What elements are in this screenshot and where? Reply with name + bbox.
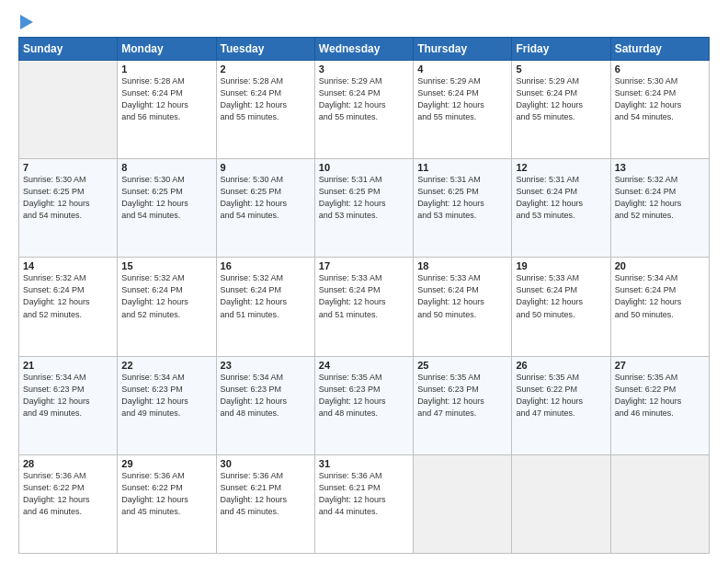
day-number: 27 xyxy=(615,360,705,371)
calendar-cell: 2Sunrise: 5:28 AM Sunset: 6:24 PM Daylig… xyxy=(216,61,314,159)
calendar-cell: 31Sunrise: 5:36 AM Sunset: 6:21 PM Dayli… xyxy=(314,454,413,553)
week-row-2: 7Sunrise: 5:30 AM Sunset: 6:25 PM Daylig… xyxy=(19,159,710,258)
calendar-cell: 1Sunrise: 5:28 AM Sunset: 6:24 PM Daylig… xyxy=(118,61,216,159)
day-number: 2 xyxy=(221,63,311,75)
header xyxy=(18,15,710,29)
calendar-cell xyxy=(512,454,610,553)
calendar-cell: 9Sunrise: 5:30 AM Sunset: 6:25 PM Daylig… xyxy=(216,159,314,258)
day-number: 6 xyxy=(615,63,705,75)
calendar-cell: 3Sunrise: 5:29 AM Sunset: 6:24 PM Daylig… xyxy=(314,61,413,159)
day-info: Sunrise: 5:30 AM Sunset: 6:25 PM Dayligh… xyxy=(121,174,211,222)
calendar-cell: 5Sunrise: 5:29 AM Sunset: 6:24 PM Daylig… xyxy=(512,61,610,159)
calendar-cell: 23Sunrise: 5:34 AM Sunset: 6:23 PM Dayli… xyxy=(216,356,314,454)
calendar-cell: 4Sunrise: 5:29 AM Sunset: 6:24 PM Daylig… xyxy=(414,61,512,159)
calendar-cell: 17Sunrise: 5:33 AM Sunset: 6:24 PM Dayli… xyxy=(314,258,413,356)
day-info: Sunrise: 5:32 AM Sunset: 6:24 PM Dayligh… xyxy=(23,272,113,320)
day-info: Sunrise: 5:34 AM Sunset: 6:24 PM Dayligh… xyxy=(615,272,705,320)
day-number: 24 xyxy=(319,360,409,371)
calendar-cell: 16Sunrise: 5:32 AM Sunset: 6:24 PM Dayli… xyxy=(216,258,314,356)
day-number: 26 xyxy=(516,360,606,371)
day-info: Sunrise: 5:30 AM Sunset: 6:25 PM Dayligh… xyxy=(221,174,311,222)
calendar-cell: 30Sunrise: 5:36 AM Sunset: 6:21 PM Dayli… xyxy=(216,454,314,553)
day-number: 30 xyxy=(221,458,311,469)
day-info: Sunrise: 5:33 AM Sunset: 6:24 PM Dayligh… xyxy=(417,272,507,320)
weekday-header-sunday: Sunday xyxy=(19,38,118,61)
day-number: 23 xyxy=(221,360,311,371)
weekday-header-wednesday: Wednesday xyxy=(314,38,413,61)
day-info: Sunrise: 5:29 AM Sunset: 6:24 PM Dayligh… xyxy=(319,75,409,123)
day-number: 4 xyxy=(417,63,507,75)
weekday-header-friday: Friday xyxy=(512,38,610,61)
day-number: 17 xyxy=(319,260,409,271)
day-info: Sunrise: 5:35 AM Sunset: 6:22 PM Dayligh… xyxy=(615,372,705,419)
day-number: 10 xyxy=(319,162,409,173)
calendar-cell: 13Sunrise: 5:32 AM Sunset: 6:24 PM Dayli… xyxy=(610,159,709,258)
day-number: 11 xyxy=(417,162,507,173)
day-number: 12 xyxy=(516,162,606,173)
day-info: Sunrise: 5:35 AM Sunset: 6:23 PM Dayligh… xyxy=(417,372,507,419)
calendar-cell: 18Sunrise: 5:33 AM Sunset: 6:24 PM Dayli… xyxy=(414,258,512,356)
day-info: Sunrise: 5:32 AM Sunset: 6:24 PM Dayligh… xyxy=(615,174,705,222)
day-info: Sunrise: 5:31 AM Sunset: 6:25 PM Dayligh… xyxy=(319,174,409,222)
day-info: Sunrise: 5:33 AM Sunset: 6:24 PM Dayligh… xyxy=(319,272,409,320)
day-number: 20 xyxy=(615,260,705,271)
day-info: Sunrise: 5:30 AM Sunset: 6:24 PM Dayligh… xyxy=(615,75,705,123)
day-info: Sunrise: 5:35 AM Sunset: 6:22 PM Dayligh… xyxy=(516,372,606,419)
calendar-cell: 11Sunrise: 5:31 AM Sunset: 6:25 PM Dayli… xyxy=(414,159,512,258)
day-number: 9 xyxy=(221,162,311,173)
weekday-header-saturday: Saturday xyxy=(610,38,709,61)
calendar-cell xyxy=(414,454,512,553)
day-info: Sunrise: 5:36 AM Sunset: 6:21 PM Dayligh… xyxy=(221,470,311,518)
calendar-cell: 29Sunrise: 5:36 AM Sunset: 6:22 PM Dayli… xyxy=(118,454,216,553)
day-info: Sunrise: 5:29 AM Sunset: 6:24 PM Dayligh… xyxy=(516,75,606,123)
day-number: 13 xyxy=(615,162,705,173)
day-number: 19 xyxy=(516,260,606,271)
day-info: Sunrise: 5:28 AM Sunset: 6:24 PM Dayligh… xyxy=(121,75,211,123)
calendar-cell: 8Sunrise: 5:30 AM Sunset: 6:25 PM Daylig… xyxy=(118,159,216,258)
day-number: 18 xyxy=(417,260,507,271)
calendar-cell: 20Sunrise: 5:34 AM Sunset: 6:24 PM Dayli… xyxy=(610,258,709,356)
weekday-header-thursday: Thursday xyxy=(414,38,512,61)
calendar: SundayMondayTuesdayWednesdayThursdayFrid… xyxy=(18,37,710,554)
week-row-5: 28Sunrise: 5:36 AM Sunset: 6:22 PM Dayli… xyxy=(19,454,710,553)
day-info: Sunrise: 5:34 AM Sunset: 6:23 PM Dayligh… xyxy=(221,372,311,419)
day-number: 29 xyxy=(121,458,211,469)
day-info: Sunrise: 5:29 AM Sunset: 6:24 PM Dayligh… xyxy=(417,75,507,123)
calendar-cell: 26Sunrise: 5:35 AM Sunset: 6:22 PM Dayli… xyxy=(512,356,610,454)
day-info: Sunrise: 5:34 AM Sunset: 6:23 PM Dayligh… xyxy=(23,372,113,419)
logo-icon xyxy=(20,15,33,29)
weekday-header-tuesday: Tuesday xyxy=(216,38,314,61)
day-info: Sunrise: 5:31 AM Sunset: 6:25 PM Dayligh… xyxy=(417,174,507,222)
day-number: 16 xyxy=(221,260,311,271)
week-row-3: 14Sunrise: 5:32 AM Sunset: 6:24 PM Dayli… xyxy=(19,258,710,356)
calendar-cell xyxy=(19,61,118,159)
calendar-cell: 10Sunrise: 5:31 AM Sunset: 6:25 PM Dayli… xyxy=(314,159,413,258)
calendar-cell: 24Sunrise: 5:35 AM Sunset: 6:23 PM Dayli… xyxy=(314,356,413,454)
weekday-header-monday: Monday xyxy=(118,38,216,61)
day-info: Sunrise: 5:32 AM Sunset: 6:24 PM Dayligh… xyxy=(221,272,311,320)
calendar-cell: 19Sunrise: 5:33 AM Sunset: 6:24 PM Dayli… xyxy=(512,258,610,356)
day-info: Sunrise: 5:31 AM Sunset: 6:24 PM Dayligh… xyxy=(516,174,606,222)
calendar-cell: 21Sunrise: 5:34 AM Sunset: 6:23 PM Dayli… xyxy=(19,356,118,454)
calendar-cell: 7Sunrise: 5:30 AM Sunset: 6:25 PM Daylig… xyxy=(19,159,118,258)
calendar-cell: 14Sunrise: 5:32 AM Sunset: 6:24 PM Dayli… xyxy=(19,258,118,356)
week-row-1: 1Sunrise: 5:28 AM Sunset: 6:24 PM Daylig… xyxy=(19,61,710,159)
calendar-cell: 12Sunrise: 5:31 AM Sunset: 6:24 PM Dayli… xyxy=(512,159,610,258)
day-number: 3 xyxy=(319,63,409,75)
day-number: 31 xyxy=(319,458,409,469)
day-number: 21 xyxy=(23,360,113,371)
calendar-cell: 15Sunrise: 5:32 AM Sunset: 6:24 PM Dayli… xyxy=(118,258,216,356)
day-info: Sunrise: 5:32 AM Sunset: 6:24 PM Dayligh… xyxy=(121,272,211,320)
day-number: 7 xyxy=(23,162,113,173)
day-number: 1 xyxy=(121,63,211,75)
calendar-cell xyxy=(610,454,709,553)
day-info: Sunrise: 5:28 AM Sunset: 6:24 PM Dayligh… xyxy=(221,75,311,123)
day-info: Sunrise: 5:34 AM Sunset: 6:23 PM Dayligh… xyxy=(121,372,211,419)
day-info: Sunrise: 5:35 AM Sunset: 6:23 PM Dayligh… xyxy=(319,372,409,419)
week-row-4: 21Sunrise: 5:34 AM Sunset: 6:23 PM Dayli… xyxy=(19,356,710,454)
day-number: 14 xyxy=(23,260,113,271)
day-info: Sunrise: 5:33 AM Sunset: 6:24 PM Dayligh… xyxy=(516,272,606,320)
day-info: Sunrise: 5:36 AM Sunset: 6:22 PM Dayligh… xyxy=(121,470,211,518)
calendar-cell: 28Sunrise: 5:36 AM Sunset: 6:22 PM Dayli… xyxy=(19,454,118,553)
weekday-header-row: SundayMondayTuesdayWednesdayThursdayFrid… xyxy=(19,38,710,61)
